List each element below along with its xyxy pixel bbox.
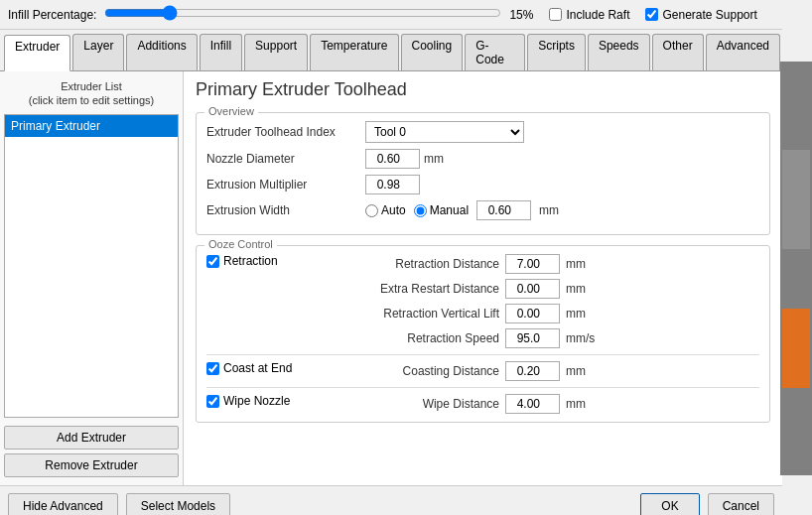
extrusion-multiplier-label: Extrusion Multiplier (206, 178, 365, 192)
include-raft-group: Include Raft (549, 8, 629, 22)
retraction-distance-input[interactable] (505, 254, 560, 274)
top-bar: Infill Percentage: 15% Include Raft Gene… (0, 0, 782, 30)
bottom-bar: Hide Advanced Select Models OK Cancel (0, 485, 782, 515)
tab-support[interactable]: Support (244, 34, 308, 70)
3d-gray-block (782, 150, 810, 249)
main-content: Extruder List (click item to edit settin… (0, 71, 782, 485)
sidebar-list: Primary Extruder (4, 114, 179, 418)
retraction-label[interactable]: Retraction (223, 254, 278, 268)
nozzle-diameter-row: Nozzle Diameter mm (206, 149, 759, 169)
retraction-vertical-lift-unit: mm (566, 307, 586, 321)
ooze-control-label: Ooze Control (204, 238, 277, 250)
extrusion-width-row: Extrusion Width Auto Manual mm (206, 200, 759, 220)
coasting-distance-input[interactable] (505, 361, 560, 381)
extrusion-multiplier-input[interactable] (365, 175, 420, 194)
retraction-vertical-lift-row: Retraction Vertical Lift mm (345, 304, 759, 323)
extruder-index-row: Extruder Toolhead Index Tool 0 Tool 1 (206, 121, 759, 143)
retraction-vertical-lift-input[interactable] (505, 304, 560, 323)
infill-slider[interactable] (104, 5, 501, 21)
ok-button[interactable]: OK (640, 493, 699, 516)
coasting-distance-row: Coasting Distance mm (345, 361, 759, 381)
generate-support-label[interactable]: Generate Support (662, 8, 756, 22)
extrusion-width-manual-option[interactable]: Manual (414, 203, 469, 217)
retraction-vertical-lift-label: Retraction Vertical Lift (345, 307, 499, 321)
extruder-index-value: Tool 0 Tool 1 (365, 121, 524, 143)
panel-title: Primary Extruder Toolhead (196, 79, 770, 104)
infill-percent: 15% (509, 8, 533, 22)
wipe-distance-label: Wipe Distance (345, 397, 499, 411)
tab-other[interactable]: Other (652, 34, 704, 70)
extruder-index-select[interactable]: Tool 0 Tool 1 (365, 121, 524, 143)
coast-at-end-row: Coast at End Coasting Distance mm (206, 361, 759, 381)
nozzle-diameter-label: Nozzle Diameter (206, 152, 365, 166)
sidebar-buttons: Add Extruder Remove Extruder (4, 422, 179, 481)
include-raft-checkbox[interactable] (549, 8, 562, 21)
tab-speeds[interactable]: Speeds (588, 34, 650, 70)
coasting-distance-label: Coasting Distance (345, 364, 499, 378)
coast-at-end-checkbox[interactable] (206, 362, 219, 375)
sidebar-title: Extruder List (click item to edit settin… (4, 75, 179, 110)
retraction-row: Retraction Retraction Distance mm Extra … (206, 254, 759, 348)
overview-section: Overview Extruder Toolhead Index Tool 0 … (196, 112, 770, 235)
add-extruder-button[interactable]: Add Extruder (4, 426, 179, 450)
tab-cooling[interactable]: Cooling (401, 34, 464, 70)
nozzle-diameter-unit: mm (424, 152, 444, 166)
retraction-checkbox[interactable] (206, 255, 219, 268)
tab-temperature[interactable]: Temperature (310, 34, 398, 70)
overview-label: Overview (204, 105, 258, 117)
sidebar: Extruder List (click item to edit settin… (0, 71, 184, 485)
cancel-button[interactable]: Cancel (708, 493, 774, 516)
wipe-nozzle-checkbox-col: Wipe Nozzle (206, 394, 345, 408)
extra-restart-distance-input[interactable] (505, 279, 560, 299)
retraction-sub-rows: Retraction Distance mm Extra Restart Dis… (345, 254, 759, 348)
wipe-distance-input[interactable] (505, 394, 560, 414)
extrusion-multiplier-value (365, 175, 420, 194)
right-panel: Primary Extruder Toolhead Overview Extru… (184, 71, 782, 485)
extra-restart-distance-unit: mm (566, 282, 586, 296)
tab-infill[interactable]: Infill (200, 34, 242, 70)
coast-at-end-checkbox-col: Coast at End (206, 361, 345, 375)
generate-support-checkbox[interactable] (645, 8, 658, 21)
tab-advanced[interactable]: Advanced (706, 34, 780, 70)
wipe-nozzle-row: Wipe Nozzle Wipe Distance mm (206, 394, 759, 414)
wipe-nozzle-label[interactable]: Wipe Nozzle (223, 394, 290, 408)
extra-restart-distance-row: Extra Restart Distance mm (345, 279, 759, 299)
tab-layer[interactable]: Layer (72, 34, 124, 70)
generate-support-group: Generate Support (645, 8, 756, 22)
infill-label: Infill Percentage: (8, 8, 96, 22)
3d-preview-strip (780, 62, 812, 475)
select-models-button[interactable]: Select Models (126, 493, 230, 516)
extrusion-width-auto-option[interactable]: Auto (365, 203, 406, 217)
retraction-distance-row: Retraction Distance mm (345, 254, 759, 274)
coast-at-end-label[interactable]: Coast at End (223, 361, 292, 375)
extrusion-width-unit: mm (539, 203, 559, 217)
coasting-distance-unit: mm (566, 364, 586, 378)
tab-extruder[interactable]: Extruder (4, 35, 70, 71)
coast-at-end-sub-rows: Coasting Distance mm (345, 361, 759, 381)
extrusion-width-input[interactable] (476, 200, 531, 220)
infill-slider-container[interactable] (104, 5, 501, 24)
wipe-nozzle-sub-rows: Wipe Distance mm (345, 394, 759, 414)
extrusion-width-manual-radio[interactable] (414, 204, 427, 217)
wipe-nozzle-checkbox[interactable] (206, 395, 219, 408)
nozzle-diameter-input[interactable] (365, 149, 420, 169)
tab-gcode[interactable]: G-Code (465, 34, 525, 70)
3d-orange-block (782, 309, 810, 388)
nozzle-diameter-value: mm (365, 149, 444, 169)
retraction-speed-input[interactable] (505, 328, 560, 348)
sidebar-item-primary-extruder[interactable]: Primary Extruder (5, 115, 178, 137)
ooze-control-section: Ooze Control Retraction Retraction Dista… (196, 245, 770, 423)
remove-extruder-button[interactable]: Remove Extruder (4, 453, 179, 477)
tab-additions[interactable]: Additions (126, 34, 197, 70)
retraction-distance-label: Retraction Distance (345, 257, 499, 271)
tab-scripts[interactable]: Scripts (527, 34, 586, 70)
retraction-distance-unit: mm (566, 257, 586, 271)
include-raft-label[interactable]: Include Raft (566, 8, 629, 22)
retraction-speed-label: Retraction Speed (345, 331, 499, 345)
wipe-distance-row: Wipe Distance mm (345, 394, 759, 414)
hide-advanced-button[interactable]: Hide Advanced (8, 493, 118, 516)
extrusion-width-label: Extrusion Width (206, 203, 365, 217)
extra-restart-distance-label: Extra Restart Distance (345, 282, 499, 296)
extrusion-width-auto-radio[interactable] (365, 204, 378, 217)
extruder-index-label: Extruder Toolhead Index (206, 125, 365, 139)
